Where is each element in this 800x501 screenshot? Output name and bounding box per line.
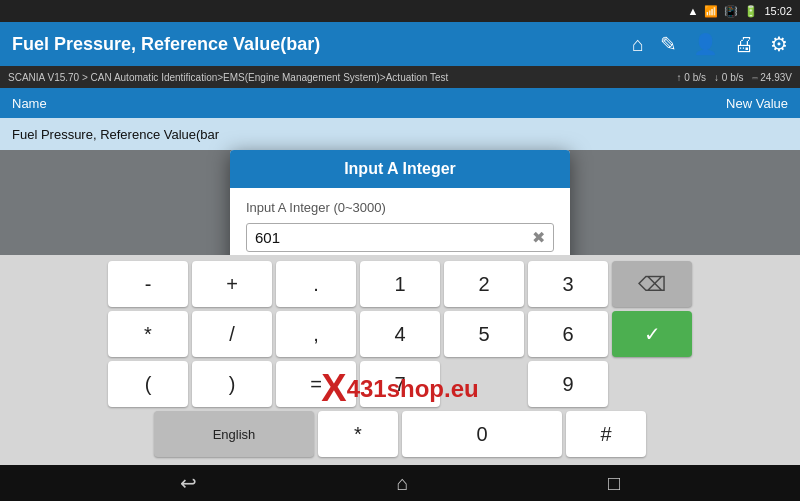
key-slash[interactable]: / — [192, 311, 272, 357]
key-backspace[interactable]: ⌫ — [612, 261, 692, 307]
voltage-stat: ⎓ 24.93V — [752, 72, 792, 83]
row-name: Fuel Pressure, Reference Value(bar — [12, 127, 219, 142]
back-button[interactable]: ↩ — [180, 471, 197, 495]
dialog-label: Input A Integer (0~3000) — [246, 200, 554, 215]
key-dot[interactable]: . — [276, 261, 356, 307]
key-1[interactable]: 1 — [360, 261, 440, 307]
keyboard-row-1: - + . 1 2 3 ⌫ — [8, 261, 792, 307]
edit-icon[interactable]: ✎ — [660, 32, 677, 56]
bluetooth-icon: ▲ — [688, 5, 699, 17]
time-display: 15:02 — [764, 5, 792, 17]
key-5[interactable]: 5 — [444, 311, 524, 357]
status-bar: ▲ 📶 📳 🔋 15:02 — [0, 0, 800, 22]
keyboard-row-2: * / , 4 5 6 ✓ — [8, 311, 792, 357]
breadcrumb: SCANIA V15.70 > CAN Automatic Identifica… — [8, 72, 448, 83]
key-close-paren[interactable]: ) — [192, 361, 272, 407]
key-plus[interactable]: + — [192, 261, 272, 307]
key-confirm[interactable]: ✓ — [612, 311, 692, 357]
key-asterisk[interactable]: * — [108, 311, 188, 357]
key-open-paren[interactable]: ( — [108, 361, 188, 407]
home-nav-button[interactable]: ⌂ — [396, 472, 408, 495]
key-minus[interactable]: - — [108, 261, 188, 307]
key-comma[interactable]: , — [276, 311, 356, 357]
key-equals[interactable]: = — [276, 361, 356, 407]
dialog-title-bar: Input A Integer — [230, 150, 570, 188]
modal-overlay: Input A Integer Input A Integer (0~3000)… — [0, 150, 800, 255]
dialog-zone: Input A Integer Input A Integer (0~3000)… — [0, 150, 800, 255]
table-header: Name New Value — [0, 88, 800, 118]
header-actions: ⌂ ✎ 👤 🖨 ⚙ — [632, 32, 788, 56]
key-6[interactable]: 6 — [528, 311, 608, 357]
key-hash[interactable]: # — [566, 411, 646, 457]
name-column-header: Name — [12, 96, 47, 111]
print-icon[interactable]: 🖨 — [734, 33, 754, 56]
person-icon[interactable]: 👤 — [693, 32, 718, 56]
clear-button[interactable]: ✖ — [532, 228, 545, 247]
breadcrumb-bar: SCANIA V15.70 > CAN Automatic Identifica… — [0, 66, 800, 88]
key-7[interactable]: 7 — [360, 361, 440, 407]
key-9[interactable]: 9 — [528, 361, 608, 407]
signal-icon: 📳 — [724, 5, 738, 18]
upload-stat: ↑ 0 b/s — [677, 72, 706, 83]
battery-icon: 🔋 — [744, 5, 758, 18]
dialog-title: Input A Integer — [344, 160, 456, 177]
key-2[interactable]: 2 — [444, 261, 524, 307]
input-row: ✖ — [246, 223, 554, 252]
key-language[interactable]: English — [154, 411, 314, 457]
breadcrumb-stats: ↑ 0 b/s ↓ 0 b/s ⎓ 24.93V — [677, 72, 792, 83]
integer-input[interactable] — [255, 229, 532, 246]
key-0[interactable]: 0 — [402, 411, 562, 457]
app: ▲ 📶 📳 🔋 15:02 Fuel Pressure, Reference V… — [0, 0, 800, 501]
page-title: Fuel Pressure, Reference Value(bar) — [12, 34, 320, 55]
key-4[interactable]: 4 — [360, 311, 440, 357]
key-asterisk-2[interactable]: * — [318, 411, 398, 457]
value-column-header: New Value — [726, 96, 788, 111]
keyboard-row-4: English * 0 # — [8, 411, 792, 457]
keyboard-row-3: ( ) = 7 9 — [8, 361, 792, 407]
table-row: Fuel Pressure, Reference Value(bar — [0, 118, 800, 150]
recent-apps-button[interactable]: □ — [608, 472, 620, 495]
keyboard-zone: X 431shop.eu - + . 1 2 3 ⌫ * / , 4 5 6 ✓… — [0, 255, 800, 465]
app-header: Fuel Pressure, Reference Value(bar) ⌂ ✎ … — [0, 22, 800, 66]
nav-bar: ↩ ⌂ □ — [0, 465, 800, 501]
settings-icon[interactable]: ⚙ — [770, 32, 788, 56]
wifi-icon: 📶 — [704, 5, 718, 18]
download-stat: ↓ 0 b/s — [714, 72, 743, 83]
home-icon[interactable]: ⌂ — [632, 33, 644, 56]
key-3[interactable]: 3 — [528, 261, 608, 307]
